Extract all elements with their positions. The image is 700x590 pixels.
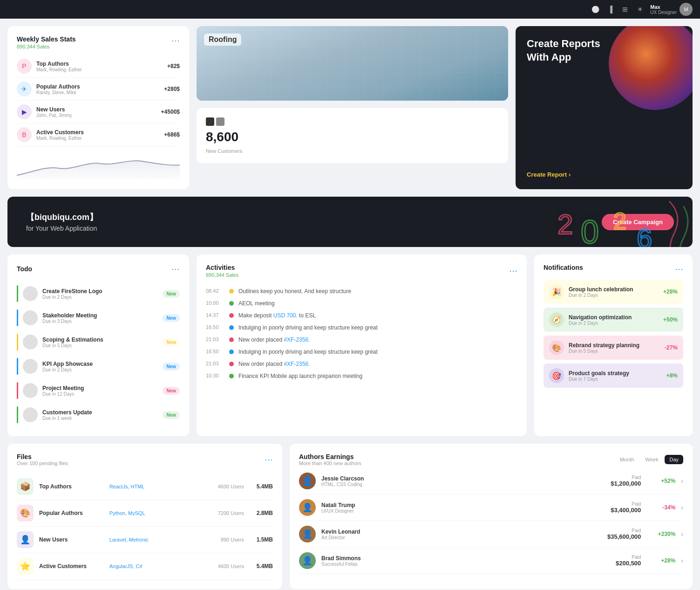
todo-item: KPI App Showcase Due in 2 Days New: [17, 354, 180, 378]
notif-icon: 🎨: [549, 340, 564, 355]
author-change: +230%: [652, 531, 675, 537]
main-content: Weekly Sales Stats 890,344 Sales ⋯ P Top…: [0, 19, 700, 590]
search-icon[interactable]: ⚪: [591, 5, 600, 14]
activity-dot: [229, 337, 234, 342]
new-customers-card: 8,600 New Customers: [197, 108, 508, 163]
todo-badge: New: [163, 314, 180, 322]
sales-item: B Active Customers Mark, Rowling, Esther…: [17, 123, 180, 146]
todo-bar: [17, 358, 18, 375]
author-arrow[interactable]: ›: [681, 530, 683, 538]
file-users: 4600 Users: [179, 484, 244, 489]
todo-menu[interactable]: ⋯: [171, 264, 180, 274]
sales-item: ✈ Popular Authors Randy, Steve, Mike +28…: [17, 78, 180, 101]
activity-link[interactable]: USD 700.: [273, 312, 298, 319]
author-info: Brad Simmons Successful Fellas: [321, 555, 610, 567]
activity-time: 10:30: [206, 373, 224, 378]
todo-info: Customers Update Due in 1 week: [42, 409, 158, 421]
todo-info: Stakeholder Meeting Due in 3 Days: [42, 312, 158, 324]
week-button[interactable]: Week: [641, 455, 663, 464]
file-icon: 👤: [17, 531, 34, 548]
file-tech: Laravel, Metronic: [109, 537, 174, 542]
sales-value: +280$: [164, 86, 180, 92]
todo-badge: New: [163, 411, 180, 419]
todo-item: Customers Update Due in 1 week New: [17, 403, 180, 427]
files-title: Files: [17, 453, 68, 460]
todo-info: KPI App Showcase Due in 2 Days: [42, 361, 158, 372]
todo-item: Project Meeting Due in 12 Days New: [17, 378, 180, 403]
sales-sub: Randy, Steve, Mike: [36, 90, 159, 95]
notif-name: Navigation optimization: [569, 314, 659, 321]
notif-value: +50%: [663, 316, 678, 323]
todo-due: Due in 12 Days: [42, 391, 158, 397]
notification-item: 🎉 Group lunch celebration Due in 2 Days …: [544, 280, 683, 304]
todo-card: Todo ⋯ Create FireStone Logo Due in 2 Da…: [7, 254, 189, 436]
notif-info: Navigation optimization Due in 2 Days: [569, 314, 659, 326]
todo-avatar: [23, 335, 38, 350]
activities-card: Activities 890,344 Sales ⋯ 08:42 Outline…: [197, 254, 527, 436]
sales-name: Active Customers: [36, 129, 159, 136]
notif-name: Product goals strategy: [569, 370, 662, 377]
row-1: Weekly Sales Stats 890,344 Sales ⋯ P Top…: [7, 26, 693, 189]
todo-info: Scoping & Estimations Due in 5 Days: [42, 336, 158, 348]
month-button[interactable]: Month: [615, 455, 639, 464]
notif-value: +28%: [663, 288, 678, 295]
activities-title: Activities: [206, 264, 238, 271]
author-item: 👤 Brad Simmons Successful Fellas Paid $2…: [299, 548, 683, 574]
todo-badge: New: [163, 363, 180, 370]
activity-list: 08:42 Outlines keep you honest. And keep…: [206, 285, 517, 382]
file-item: 🎨 Popular Authors Python, MySQL 7200 Use…: [17, 500, 273, 527]
notification-item: 🎨 Rebrand strategy planning Due in 5 Day…: [544, 336, 683, 360]
author-avatar: 👤: [299, 473, 316, 489]
activity-text: Indulging in poorly driving and keep str…: [238, 324, 517, 331]
sales-info: New Users John, Pat, Jimmy: [36, 106, 156, 118]
activity-dot: [229, 374, 234, 378]
user-role: UX Designer: [650, 10, 677, 15]
file-size: 2.8MB: [250, 510, 273, 516]
activity-item: 10:30 Finance KPI Mobile app launch prep…: [206, 370, 517, 382]
todo-avatar: [23, 359, 38, 374]
row-4: Files Over 100 pending files ⋯ 📦 Top Aut…: [7, 444, 693, 589]
author-item: 👤 Jessie Clarcson HTML, CSS Coding Paid …: [299, 468, 683, 494]
nc-icons: [206, 117, 499, 126]
notifications-list: 🎉 Group lunch celebration Due in 2 Days …: [544, 280, 683, 388]
file-users: 4600 Users: [179, 563, 244, 569]
authors-header: Authors Earnings More than 400 new autho…: [299, 453, 683, 466]
sales-sub: Mark, Rowling, Esther: [36, 136, 159, 141]
author-avatar: 👤: [299, 499, 316, 516]
sales-icon: ✈: [17, 82, 32, 96]
notif-icon: 🎉: [549, 284, 564, 299]
author-arrow[interactable]: ›: [681, 504, 683, 511]
weekly-sales-header: Weekly Sales Stats 890,344 Sales ⋯: [17, 35, 180, 49]
author-role: Successful Fellas: [321, 562, 610, 567]
new-customers-number: 8,600: [206, 130, 499, 144]
author-name: Kevin Leonard: [321, 528, 602, 535]
file-name: Active Customers: [39, 563, 104, 569]
brightness-icon[interactable]: ☀: [635, 5, 645, 14]
activity-link[interactable]: #XF-2356.: [284, 336, 310, 343]
activity-dot: [229, 301, 234, 306]
todo-avatar: [23, 286, 38, 301]
file-size: 1.5MB: [250, 536, 273, 543]
weekly-sales-menu[interactable]: ⋯: [171, 35, 180, 46]
weekly-sales-title: Weekly Sales Stats: [17, 35, 76, 43]
notifications-title: Notifications: [544, 264, 583, 271]
user-avatar[interactable]: M: [680, 3, 693, 16]
weekly-sales-card: Weekly Sales Stats 890,344 Sales ⋯ P Top…: [7, 26, 189, 189]
author-arrow[interactable]: ›: [681, 477, 683, 485]
create-report-link[interactable]: Create Report ›: [527, 171, 681, 178]
author-arrow[interactable]: ›: [681, 557, 683, 564]
todo-bar: [17, 406, 18, 423]
day-button[interactable]: Day: [665, 455, 683, 464]
activity-item: 08:42 Outlines keep you honest. And keep…: [206, 285, 517, 297]
campaign-banner: 【biqubiqu.com】 for Your Web Application …: [7, 197, 693, 247]
notif-value: +8%: [666, 372, 678, 379]
author-name: Natali Trump: [321, 502, 605, 508]
files-menu[interactable]: ⋯: [265, 454, 273, 465]
activity-link[interactable]: #XF-2356.: [284, 361, 310, 367]
activity-item: 16:50 Indulging in poorly driving and ke…: [206, 322, 517, 334]
notifications-menu[interactable]: ⋯: [675, 264, 683, 274]
grid-icon[interactable]: ⊞: [620, 5, 630, 14]
activities-menu[interactable]: ⋯: [509, 266, 517, 276]
new-customers-label: New Customers: [206, 148, 499, 154]
author-role: UI/UX Designer: [321, 508, 605, 514]
